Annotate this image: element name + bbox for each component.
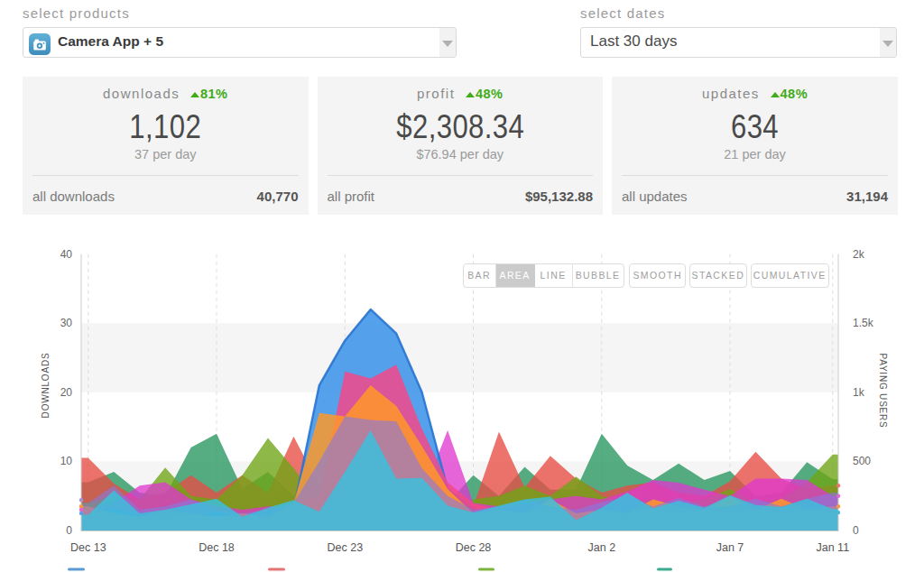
svg-text:1k: 1k bbox=[853, 386, 865, 399]
svg-text:DOWNLOADS: DOWNLOADS bbox=[41, 353, 51, 419]
svg-text:500: 500 bbox=[853, 455, 871, 467]
svg-text:Dec 13: Dec 13 bbox=[70, 541, 106, 554]
svg-text:Dec 28: Dec 28 bbox=[456, 541, 492, 554]
svg-text:PAYING USERS: PAYING USERS bbox=[878, 353, 888, 428]
svg-text:Jan 2: Jan 2 bbox=[588, 541, 616, 554]
svg-text:Jan 11: Jan 11 bbox=[816, 541, 849, 554]
svg-text:Dec 18: Dec 18 bbox=[199, 541, 235, 554]
svg-text:40: 40 bbox=[60, 248, 73, 261]
svg-text:10: 10 bbox=[60, 455, 73, 467]
svg-text:Jan 7: Jan 7 bbox=[716, 541, 744, 554]
svg-text:0: 0 bbox=[853, 524, 859, 537]
svg-text:2k: 2k bbox=[853, 248, 865, 261]
svg-text:30: 30 bbox=[60, 317, 73, 329]
svg-text:Dec 23: Dec 23 bbox=[327, 541, 363, 554]
svg-text:20: 20 bbox=[60, 386, 73, 399]
svg-text:0: 0 bbox=[66, 524, 72, 537]
svg-text:1.5k: 1.5k bbox=[853, 317, 874, 329]
